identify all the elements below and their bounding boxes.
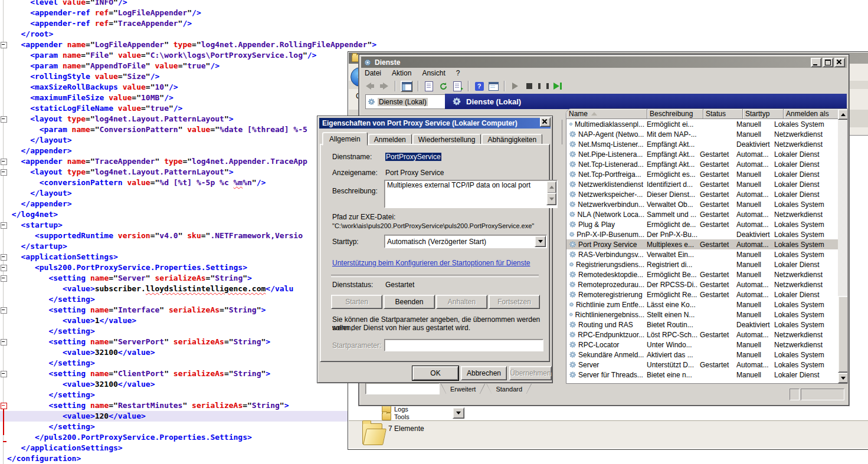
fold-toggle-icon[interactable] <box>1 339 7 345</box>
export-list-icon[interactable] <box>452 81 463 91</box>
scroll-up-button[interactable] <box>546 181 556 193</box>
table-row[interactable]: Multimediaklassenpl...Ermöglicht ei...Ma… <box>566 119 838 129</box>
tab-allgemein[interactable]: Allgemein <box>322 132 368 146</box>
fold-toggle-icon[interactable] <box>1 254 7 261</box>
fold-toggle-icon[interactable] <box>1 371 7 377</box>
menu-item-ansicht[interactable]: Ansicht <box>422 69 445 77</box>
folder-item-label: Logs <box>394 406 408 413</box>
startparameter-input[interactable] <box>384 339 543 351</box>
table-row[interactable]: Net.Pipe-Listenera...Empfängt Akt...Gest… <box>566 149 838 159</box>
table-row[interactable]: RAS-Verbindungsv...Verwaltet Ein...Manue… <box>566 249 838 259</box>
table-row[interactable]: Routing und RASBietet Routin...Deaktivie… <box>566 320 838 330</box>
fortsetzen-button[interactable]: Fortsetzen <box>489 295 540 309</box>
table-row[interactable]: Remotedesktopdie...Ermöglicht Be...Gesta… <box>566 269 838 279</box>
forward-icon[interactable] <box>379 81 389 91</box>
refresh-icon[interactable] <box>438 81 448 91</box>
menu-item-datei[interactable]: Datei <box>365 69 381 77</box>
fold-toggle-icon[interactable] <box>1 42 7 48</box>
folder-item[interactable]: Tools <box>382 413 410 420</box>
sidebar-item-dienste-lokal[interactable]: Dienste (Lokal) <box>365 94 447 109</box>
beenden-button[interactable]: Beenden <box>384 295 435 309</box>
extended-view-icon[interactable] <box>488 81 499 91</box>
table-row[interactable]: Net.Tcp-Listenerad...Empfängt Akt...Gest… <box>566 159 838 169</box>
fold-toggle-icon[interactable] <box>1 275 7 282</box>
services-titlebar[interactable]: Dienste <box>361 57 847 68</box>
uebernehmen-button[interactable]: Übernehmen <box>509 366 552 380</box>
service-description: Multiplexes e... <box>644 241 697 249</box>
table-row[interactable]: RemoteregistrierungErmöglicht Re...Gesta… <box>566 289 838 300</box>
table-row[interactable]: Richtlinie zum Entfe...Lässt eine Ko...M… <box>566 300 838 310</box>
show-console-tree-icon[interactable] <box>401 81 412 92</box>
column-header-status[interactable]: Status <box>703 109 743 119</box>
ok-button[interactable]: OK <box>412 366 458 380</box>
chevron-down-icon[interactable] <box>535 236 546 247</box>
table-row[interactable]: PnP-X-IP-Busenum...Der PnP-X-Bu...Deakti… <box>566 229 838 239</box>
table-row[interactable]: RPC-LocatorUnter Windo...ManuellNetzwerk… <box>566 340 838 350</box>
fold-toggle-icon[interactable] <box>1 403 7 409</box>
starttyp-select[interactable]: Automatisch (Verzögerter Start) <box>384 235 547 248</box>
table-row[interactable]: NetzwerklistendienstIdentifiziert d...Ge… <box>566 179 838 189</box>
restart-service-icon[interactable] <box>552 81 563 91</box>
folder-icon <box>382 413 391 420</box>
service-logon-as: Lokales System <box>772 321 831 329</box>
abbrechen-button[interactable]: Abbrechen <box>461 366 507 380</box>
table-row[interactable]: Registrierungsdiens...Registriert di...M… <box>566 259 838 269</box>
view-tab-standard[interactable]: Standard <box>486 384 532 394</box>
service-starttype: Manuell <box>734 251 772 259</box>
table-row[interactable]: Server für Threads...Bietet eine n...Man… <box>566 370 838 380</box>
table-row[interactable]: Net.Tcp-Portfreiga...Ermöglicht es...Ges… <box>566 169 838 179</box>
starten-button[interactable]: Starten <box>331 295 382 309</box>
fold-toggle-icon[interactable] <box>1 222 7 229</box>
stop-service-icon[interactable] <box>524 81 535 91</box>
column-header-beschreibung[interactable]: Beschreibung <box>647 109 703 119</box>
close-button[interactable] <box>834 58 845 67</box>
pane-splitter[interactable] <box>562 120 562 144</box>
fold-rail <box>3 0 4 464</box>
beschreibung-textarea[interactable]: Multiplexes external TCP/IP data on loca… <box>384 180 558 208</box>
close-icon[interactable] <box>540 117 551 127</box>
table-row[interactable]: Richtlinienergebniss...Stellt einen N...… <box>566 310 838 320</box>
menu-item-?[interactable]: ? <box>456 69 460 77</box>
dienstname-value[interactable]: PortProxyService <box>385 153 441 161</box>
fold-toggle-icon[interactable] <box>1 307 7 314</box>
service-starttype: Automat... <box>734 190 772 199</box>
scroll-down-button[interactable] <box>838 373 848 383</box>
dialog-titlebar[interactable]: Eigenschaften von Port Proxy Service (Lo… <box>319 118 551 129</box>
vertical-scrollbar[interactable] <box>838 109 847 383</box>
column-header-anmelden-als[interactable]: Anmelden als <box>784 109 841 119</box>
properties-dialog[interactable]: Eigenschaften von Port Proxy Service (Lo… <box>317 116 553 383</box>
fold-toggle-icon[interactable] <box>1 159 7 165</box>
table-row[interactable]: Net.Msmq-Listener...Empfängt Akt...Deakt… <box>566 139 838 149</box>
table-row[interactable]: Plug & PlayErmöglicht de...GestartetAuto… <box>566 219 838 229</box>
properties-icon[interactable] <box>424 81 434 91</box>
table-row[interactable]: NAP-Agent (Netwo...Mit dem NAP-...Manuel… <box>566 129 838 139</box>
table-row[interactable]: Netzwerkspeicher-...Dieser Dienst...Gest… <box>566 189 838 199</box>
folder-icon <box>362 423 382 445</box>
menu-item-aktion[interactable]: Aktion <box>392 69 411 77</box>
minimize-button[interactable] <box>811 58 821 67</box>
maximize-button[interactable] <box>823 58 833 67</box>
fold-toggle-icon[interactable] <box>1 265 7 271</box>
scroll-up-button[interactable] <box>838 109 848 120</box>
scroll-down-button[interactable] <box>546 193 556 205</box>
fold-toggle-icon[interactable] <box>1 116 7 123</box>
column-header-name[interactable]: Name <box>566 109 647 119</box>
back-icon[interactable] <box>365 81 375 91</box>
anhalten-button[interactable]: Anhalten <box>436 295 487 309</box>
startoptions-help-link[interactable]: Unterstützung beim Konfigurieren der Sta… <box>332 259 530 267</box>
table-row[interactable]: Sekundäre Anmeld...Aktiviert das ...Manu… <box>566 350 838 360</box>
table-row[interactable]: Remoteprozedurau...Der RPCSS-Di...Gestar… <box>566 279 838 289</box>
view-tab-erweitert[interactable]: Erweitert <box>441 384 485 394</box>
start-service-icon[interactable] <box>510 81 520 91</box>
column-header-starttyp[interactable]: Starttyp <box>743 109 784 119</box>
help-icon[interactable]: ? <box>474 81 484 91</box>
table-row[interactable]: Port Proxy ServiceMultiplexes e...Gestar… <box>566 239 838 249</box>
table-row[interactable]: NLA (Network Loca...Sammelt und ...Gesta… <box>566 209 838 219</box>
table-row[interactable]: ServerUnterstützt D...GestartetAutomat..… <box>566 360 838 370</box>
fold-toggle-icon[interactable] <box>1 169 7 176</box>
table-row[interactable]: RPC-Endpunktzuor...Löst RPC-Sch...Gestar… <box>566 330 838 340</box>
pause-service-icon[interactable] <box>538 81 549 91</box>
table-row[interactable]: Netzwerkverbindun...Verwaltet Ob...Gesta… <box>566 199 838 209</box>
scrollbar-thumb[interactable] <box>838 296 848 373</box>
dropdown-button[interactable] <box>453 407 464 419</box>
